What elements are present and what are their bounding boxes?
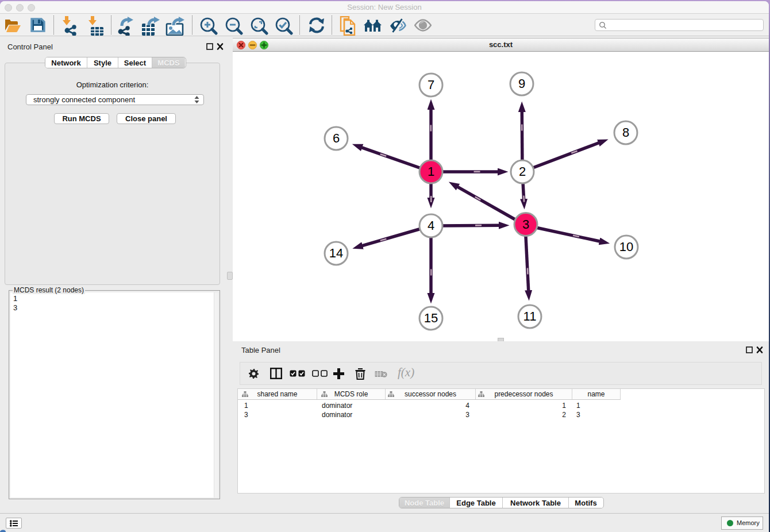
svg-text:3: 3 <box>522 217 529 232</box>
svg-text:6: 6 <box>333 131 340 145</box>
svg-text:11: 11 <box>523 309 537 323</box>
svg-text:14: 14 <box>329 246 343 260</box>
svg-text:4: 4 <box>428 218 434 233</box>
svg-text:8: 8 <box>622 125 629 140</box>
svg-text:1: 1 <box>428 164 434 179</box>
svg-text:7: 7 <box>428 78 434 92</box>
svg-text:9: 9 <box>518 76 525 91</box>
svg-text:10: 10 <box>619 240 633 254</box>
svg-text:15: 15 <box>424 311 438 325</box>
svg-text:2: 2 <box>519 164 526 179</box>
